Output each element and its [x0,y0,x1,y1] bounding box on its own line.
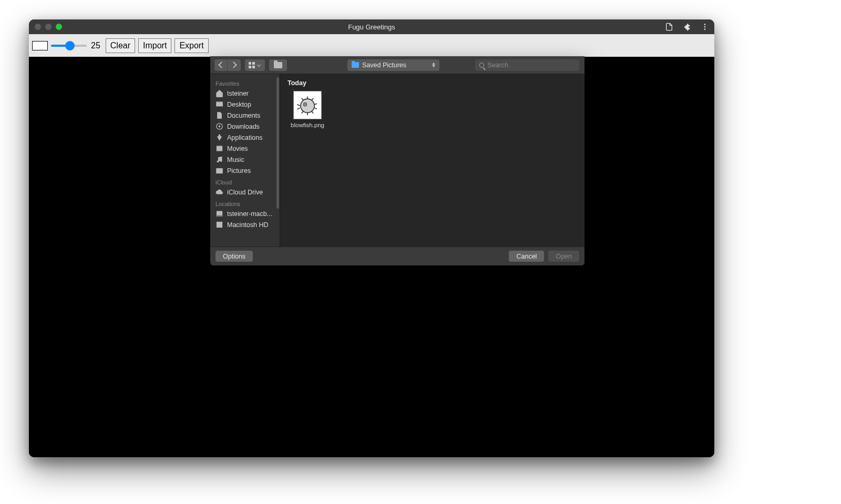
sidebar-item-music[interactable]: Music [210,154,280,165]
sidebar-header-favorites: Favorites [210,77,280,88]
svg-line-23 [302,111,303,114]
more-icon[interactable] [701,23,709,31]
color-swatch[interactable] [32,41,48,50]
search-input[interactable] [487,61,575,69]
file-name: blowfish.png [291,122,324,128]
file-open-dialog: Saved Pictures Favorites tsteiner Deskto… [210,56,584,265]
brush-size-value: 25 [91,41,100,50]
svg-point-7 [217,161,219,162]
export-button[interactable]: Export [175,38,208,53]
sidebar-item-label: Applications [227,134,262,141]
desktop-icon [216,100,223,108]
disk-icon [216,221,223,229]
document-icon [216,111,223,119]
dialog-toolbar: Saved Pictures [210,56,584,74]
forward-button[interactable] [228,59,241,71]
svg-point-10 [218,170,221,172]
options-button[interactable]: Options [216,251,253,262]
blowfish-icon [296,94,319,116]
sidebar-item-applications[interactable]: Applications [210,132,280,143]
download-icon [216,122,223,130]
group-button[interactable] [269,59,287,71]
grid-view-icon [249,62,255,68]
clear-button[interactable]: Clear [106,38,135,53]
sidebar-item-pictures[interactable]: Pictures [210,165,280,176]
sidebar-item-icloud-drive[interactable]: iCloud Drive [210,187,280,198]
sidebar-item-label: Pictures [227,167,251,174]
minimize-window-button[interactable] [45,24,52,30]
titlebar: Fugu Greetings [29,19,714,34]
svg-point-8 [220,160,222,162]
view-mode-button[interactable] [245,59,265,71]
svg-rect-4 [217,105,222,106]
app-window: Fugu Greetings 25 Clear Import Export [29,19,714,457]
sidebar-item-label: Desktop [227,101,251,108]
pictures-icon [216,167,223,174]
path-label: Saved Pictures [362,61,429,69]
chevron-down-icon [257,63,261,67]
sidebar-item-downloads[interactable]: Downloads [210,121,280,132]
sidebar-item-label: iCloud Drive [227,189,263,196]
movies-icon [216,145,223,152]
apps-icon [216,133,223,141]
file-browser: Today [280,74,584,246]
maximize-window-button[interactable] [56,24,62,30]
file-item[interactable]: blowfish.png [286,91,329,128]
chevron-left-icon [218,61,225,68]
open-button[interactable]: Open [548,251,579,262]
sidebar-item-laptop[interactable]: tsteiner-macb... [210,208,280,219]
home-icon [216,89,223,97]
svg-line-19 [314,104,317,104]
window-title: Fugu Greetings [29,23,714,31]
music-icon [216,156,223,163]
svg-point-14 [301,99,314,112]
svg-line-20 [314,108,317,109]
svg-point-0 [704,24,706,25]
chevron-right-icon [230,61,237,68]
sidebar-header-locations: Locations [210,198,280,208]
file-thumbnail [293,91,322,119]
sidebar-item-label: Music [227,156,244,163]
file-icon[interactable] [665,23,673,31]
sidebar-item-movies[interactable]: Movies [210,143,280,154]
laptop-icon [216,210,223,218]
folder-icon [274,62,282,68]
svg-point-1 [704,26,706,28]
sidebar-item-label: tsteiner [227,90,249,97]
svg-rect-11 [217,211,222,215]
svg-point-2 [704,28,706,30]
svg-line-21 [312,111,313,114]
sidebar-item-label: Macintosh HD [227,221,269,229]
back-button[interactable] [214,59,228,71]
sidebar-item-label: Downloads [227,123,260,130]
file-group-header: Today [280,74,584,91]
app-toolbar: 25 Clear Import Export [29,34,714,57]
cancel-button[interactable]: Cancel [509,251,544,262]
sidebar-item-label: Movies [227,145,248,152]
sidebar: Favorites tsteiner Desktop Documents Dow… [210,74,280,246]
search-icon [479,63,484,68]
sidebar-item-documents[interactable]: Documents [210,110,280,121]
cloud-icon [216,188,223,196]
extension-icon[interactable] [683,23,691,31]
svg-point-13 [219,224,221,226]
updown-icon [432,63,435,67]
sidebar-item-label: tsteiner-macb... [227,210,272,218]
path-selector[interactable]: Saved Pictures [347,59,439,71]
close-window-button[interactable] [35,24,41,30]
svg-line-24 [302,98,303,100]
scrollbar[interactable] [276,77,279,209]
sidebar-item-disk[interactable]: Macintosh HD [210,219,280,230]
import-button[interactable]: Import [138,38,171,53]
sidebar-item-label: Documents [227,112,260,119]
svg-point-16 [304,104,306,105]
dialog-footer: Options Cancel Open [210,246,584,265]
sidebar-header-icloud: iCloud [210,176,280,187]
sidebar-item-home[interactable]: tsteiner [210,88,280,99]
brush-size-slider[interactable] [51,42,87,49]
folder-icon [352,62,359,68]
search-box[interactable] [475,59,579,71]
sidebar-item-desktop[interactable]: Desktop [210,99,280,110]
svg-line-18 [312,98,313,100]
